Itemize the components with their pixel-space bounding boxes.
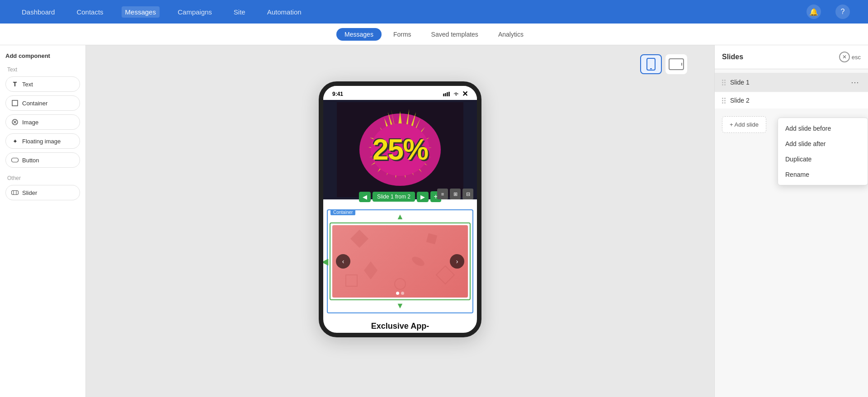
slide-1-more-btn[interactable]: ⋯ xyxy=(849,77,861,87)
phone-time: 9:41 xyxy=(332,91,343,97)
edit-icon-2[interactable]: ⊞ xyxy=(450,189,461,199)
slides-list: Slide 1 ⋯ Slide 2 xyxy=(715,69,868,113)
slide-2-name: Slide 2 xyxy=(730,97,861,104)
close-circle-icon: ✕ xyxy=(839,52,850,62)
phone-slider-section: Container ▲ xyxy=(323,199,477,317)
component-text-label: Text xyxy=(22,81,33,88)
svg-rect-13 xyxy=(445,93,446,96)
close-icon: ✕ xyxy=(462,90,468,98)
svg-rect-21 xyxy=(426,233,437,244)
nav-campaigns[interactable]: Campaigns xyxy=(174,6,216,18)
canvas-area: 9:41 ✕ xyxy=(86,45,714,397)
component-button-label: Button xyxy=(22,157,39,164)
help-icon[interactable]: ? xyxy=(835,5,850,19)
component-image-label: Image xyxy=(22,119,38,126)
phone-hero: 25% xyxy=(323,100,477,199)
slider-component: ‹ › xyxy=(330,222,471,300)
text-section-label: Text xyxy=(7,66,80,73)
tablet-view-btn[interactable] xyxy=(665,54,687,74)
svg-marker-23 xyxy=(364,261,377,279)
slide-item-1[interactable]: Slide 1 ⋯ xyxy=(715,73,868,92)
phone-status-bar: 9:41 ✕ xyxy=(323,86,477,100)
slide-drag-handle-2[interactable] xyxy=(722,98,726,104)
context-duplicate[interactable]: Duplicate xyxy=(778,151,868,167)
top-nav: Dashboard Contacts Messages Campaigns Si… xyxy=(0,0,868,24)
nav-site[interactable]: Site xyxy=(230,6,249,18)
sub-nav-forms[interactable]: Forms xyxy=(385,28,420,41)
slide-prev-btn[interactable]: ◀ xyxy=(359,192,371,202)
sub-nav-messages[interactable]: Messages xyxy=(336,28,382,41)
close-label: esc xyxy=(852,54,861,61)
phone-frame: 9:41 ✕ xyxy=(319,81,481,337)
component-text[interactable]: T Text xyxy=(5,76,80,92)
notification-icon[interactable]: 🔔 xyxy=(807,5,821,19)
other-section-label: Other xyxy=(7,175,80,181)
slide-drag-handle-1[interactable] xyxy=(722,80,726,85)
context-add-after[interactable]: Add slide after xyxy=(778,136,868,151)
device-toolbar xyxy=(640,54,687,74)
component-button[interactable]: Button xyxy=(5,152,80,168)
sub-nav-saved-templates[interactable]: Saved templates xyxy=(423,28,486,41)
svg-point-22 xyxy=(410,255,426,268)
arrow-down-indicator: ▼ xyxy=(330,301,471,311)
text-icon: T xyxy=(11,80,19,88)
main-layout: Add component Text T Text Container Imag… xyxy=(0,45,868,397)
slide-item-2[interactable]: Slide 2 xyxy=(715,92,868,109)
slides-panel-title: Slides xyxy=(722,53,743,61)
slider-icon xyxy=(11,189,19,196)
mobile-view-btn[interactable] xyxy=(640,54,662,74)
component-container-label: Container xyxy=(22,100,47,107)
close-panel-btn[interactable]: ✕ esc xyxy=(839,52,861,62)
container-icon xyxy=(11,99,19,107)
button-icon xyxy=(11,156,19,164)
slide-1-name: Slide 1 xyxy=(730,79,849,86)
component-slider[interactable]: Slider xyxy=(5,185,80,200)
nav-contacts[interactable]: Contacts xyxy=(73,6,107,18)
image-icon xyxy=(11,118,19,126)
slider-inner: ‹ › xyxy=(332,225,468,298)
context-add-before[interactable]: Add slide before xyxy=(778,121,868,136)
slider-dot-2[interactable] xyxy=(401,292,404,295)
edit-icons-row: ≡ ⊞ ⊟ xyxy=(437,189,473,199)
discount-text: 25% xyxy=(373,133,428,166)
slider-wrapper: Container ▲ xyxy=(327,209,473,313)
svg-point-25 xyxy=(395,279,406,289)
slide-next-btn[interactable]: ▶ xyxy=(417,192,429,202)
context-rename[interactable]: Rename xyxy=(778,167,868,182)
phone-bottom-text: Exclusive App- xyxy=(323,317,477,333)
svg-marker-20 xyxy=(350,230,368,248)
slider-prev-btn[interactable]: ‹ xyxy=(336,254,350,269)
sub-nav: Messages Forms Saved templates Analytics xyxy=(0,24,868,45)
component-slider-label: Slider xyxy=(22,189,37,196)
phone-container: 9:41 ✕ xyxy=(319,81,481,337)
sub-nav-analytics[interactable]: Analytics xyxy=(490,28,532,41)
svg-rect-15 xyxy=(448,92,450,96)
nav-automation[interactable]: Automation xyxy=(264,6,305,18)
discount-display: 25% xyxy=(373,133,428,166)
component-container[interactable]: Container xyxy=(5,95,80,111)
context-menu: Add slide before Add slide after Duplica… xyxy=(778,118,868,185)
container-box: ▲ xyxy=(327,209,473,313)
sidebar-title: Add component xyxy=(5,52,80,59)
svg-rect-0 xyxy=(12,100,18,106)
component-floating-image[interactable]: ✦ Floating image xyxy=(5,133,80,149)
slides-panel-header: Slides ✕ esc xyxy=(715,45,868,69)
left-sidebar: Add component Text T Text Container Imag… xyxy=(0,45,86,397)
svg-marker-26 xyxy=(436,266,454,284)
slider-next-btn[interactable]: › xyxy=(450,254,464,269)
arrow-left-indicator: ◀ xyxy=(321,256,328,267)
slides-panel: Slides ✕ esc Slide 1 ⋯ xyxy=(714,45,868,397)
nav-dashboard[interactable]: Dashboard xyxy=(18,6,58,18)
component-floating-image-label: Floating image xyxy=(22,138,61,145)
slider-dot-1[interactable] xyxy=(396,292,399,295)
add-slide-btn[interactable]: + Add slide xyxy=(722,116,766,133)
nav-messages[interactable]: Messages xyxy=(122,6,160,18)
slider-shapes xyxy=(332,225,468,298)
svg-rect-14 xyxy=(447,92,448,96)
edit-icon-3[interactable]: ⊟ xyxy=(462,189,473,199)
component-image[interactable]: Image xyxy=(5,114,80,130)
edit-icon-1[interactable]: ≡ xyxy=(437,189,448,199)
svg-rect-24 xyxy=(346,275,357,286)
svg-rect-5 xyxy=(12,191,19,195)
slide-content-area: ◀ Slide 1 from 2 ▶ + ≡ ⊞ ⊟ Contai xyxy=(323,199,477,317)
